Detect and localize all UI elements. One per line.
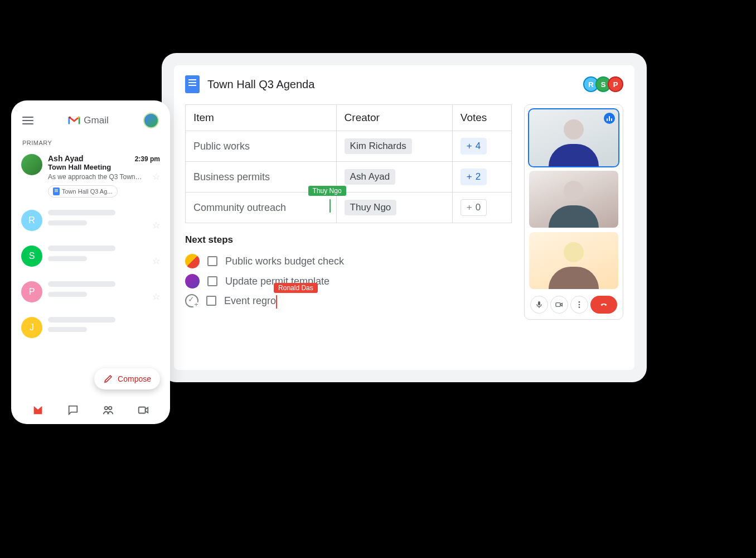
attachment-name: Town Hall Q3 Ag... xyxy=(62,188,113,195)
email-list-item[interactable]: S ☆ xyxy=(20,241,161,277)
task-row[interactable]: Update permit template xyxy=(185,271,512,291)
table-header-item: Item xyxy=(186,105,337,131)
table-header-creator: Creator xyxy=(336,105,452,131)
star-icon[interactable]: ☆ xyxy=(152,291,160,302)
table-row[interactable]: Community outreach Thuy Ngo Thuy Ngo +0 xyxy=(186,193,512,223)
table-header-row: Item Creator Votes xyxy=(186,105,512,131)
table-header-votes: Votes xyxy=(452,105,511,131)
task-text[interactable]: Public works budget check xyxy=(225,256,344,267)
email-list-item[interactable]: Ash Ayad 2:39 pm Town Hall Meeting As we… xyxy=(20,151,161,205)
plus-icon: + xyxy=(467,202,472,213)
doc-header: Town Hall Q3 Agenda R S P xyxy=(185,75,623,93)
sender-avatar: R xyxy=(21,210,42,231)
meet-controls xyxy=(529,294,618,315)
star-icon[interactable]: ☆ xyxy=(152,220,160,230)
svg-point-6 xyxy=(579,306,580,308)
assignee-avatar[interactable] xyxy=(185,254,200,268)
bottom-nav xyxy=(20,404,161,416)
doc-title[interactable]: Town Hall Q3 Agenda xyxy=(207,78,314,91)
account-avatar[interactable] xyxy=(143,113,159,128)
camera-icon xyxy=(555,300,564,309)
email-list-item[interactable]: J xyxy=(20,312,161,348)
menu-icon[interactable] xyxy=(22,117,33,124)
spaces-icon[interactable] xyxy=(102,404,114,416)
meet-participant-tile[interactable] xyxy=(529,171,618,228)
more-options-button[interactable] xyxy=(570,296,588,314)
gmail-logo-icon xyxy=(68,116,80,126)
item-cell[interactable]: Community outreach Thuy Ngo xyxy=(186,193,337,223)
sender-avatar xyxy=(21,154,42,175)
creator-chip[interactable]: Kim Richards xyxy=(345,138,412,154)
collaborator-avatar[interactable]: P xyxy=(608,76,623,92)
email-time: 2:39 pm xyxy=(135,155,160,163)
gmail-header: Gmail xyxy=(20,113,161,135)
next-steps-section: Next steps Public works budget check Upd… xyxy=(185,234,512,310)
svg-point-5 xyxy=(579,304,580,306)
table-row[interactable]: Business permits Ash Ayad +2 xyxy=(186,162,512,193)
svg-rect-3 xyxy=(556,303,560,307)
collaborator-avatars[interactable]: R S P xyxy=(587,76,623,92)
doc-content[interactable]: Item Creator Votes Public works Kim Rich… xyxy=(185,104,512,320)
email-preview: As we approach the Q3 Town Ha... xyxy=(48,173,143,181)
attachment-chip[interactable]: Town Hall Q3 Ag... xyxy=(48,185,118,198)
assign-icon[interactable] xyxy=(185,294,198,307)
next-steps-heading: Next steps xyxy=(185,234,512,246)
agenda-table: Item Creator Votes Public works Kim Rich… xyxy=(185,104,512,223)
mic-button[interactable] xyxy=(530,296,548,314)
email-list-item[interactable]: P ☆ xyxy=(20,277,161,312)
svg-point-0 xyxy=(105,407,108,410)
mail-icon[interactable] xyxy=(32,404,44,416)
plus-icon: + xyxy=(467,141,472,152)
gmail-phone-mockup: Gmail PRIMARY Ash Ayad 2:39 pm Town Hall… xyxy=(11,100,170,424)
task-row[interactable]: Public works budget check xyxy=(185,251,512,271)
plus-icon: + xyxy=(467,171,472,182)
task-checkbox[interactable] xyxy=(207,256,217,266)
assignee-avatar[interactable] xyxy=(185,274,200,288)
svg-point-4 xyxy=(579,301,580,303)
pencil-icon xyxy=(103,374,113,384)
meet-side-panel xyxy=(524,104,623,320)
compose-label: Compose xyxy=(118,374,151,383)
email-list-item[interactable]: R ☆ xyxy=(20,205,161,241)
cursor-tag: Ronald Das xyxy=(274,283,318,293)
star-icon[interactable]: ☆ xyxy=(152,171,160,182)
gmail-brand-text: Gmail xyxy=(84,115,108,126)
vote-chip[interactable]: +0 xyxy=(461,199,487,216)
task-checkbox[interactable] xyxy=(206,296,216,306)
task-checkbox[interactable] xyxy=(207,276,217,286)
speaking-indicator-icon xyxy=(604,113,615,124)
vote-chip[interactable]: +2 xyxy=(461,169,487,185)
task-text[interactable]: Event regro Ronald Das xyxy=(224,295,276,307)
docs-app-icon[interactable] xyxy=(185,75,200,93)
collab-cursor xyxy=(329,199,331,213)
camera-button[interactable] xyxy=(550,296,568,314)
task-row[interactable]: Event regro Ronald Das xyxy=(185,291,512,310)
vote-chip[interactable]: +4 xyxy=(461,138,487,155)
sender-avatar: P xyxy=(21,281,42,302)
docs-icon xyxy=(53,187,60,195)
chat-icon[interactable] xyxy=(67,404,79,416)
meet-participant-tile[interactable] xyxy=(529,232,618,289)
meet-icon[interactable] xyxy=(137,404,149,416)
phone-hangup-icon xyxy=(598,300,609,309)
collab-cursor xyxy=(276,295,277,309)
email-sender: Ash Ayad xyxy=(48,154,84,163)
star-icon[interactable]: ☆ xyxy=(152,256,160,266)
table-row[interactable]: Public works Kim Richards +4 xyxy=(186,131,512,162)
sender-avatar: J xyxy=(21,317,42,338)
hangup-button[interactable] xyxy=(590,296,617,314)
docs-laptop-mockup: Town Hall Q3 Agenda R S P Item Creator V… xyxy=(162,53,647,382)
gmail-brand: Gmail xyxy=(68,115,108,126)
meet-participant-tile[interactable] xyxy=(529,109,618,166)
primary-tab-label[interactable]: PRIMARY xyxy=(20,135,161,151)
sender-avatar: S xyxy=(21,246,42,267)
email-subject: Town Hall Meeting xyxy=(48,163,160,171)
svg-rect-2 xyxy=(139,407,146,413)
item-cell[interactable]: Public works xyxy=(186,131,337,162)
creator-chip[interactable]: Ash Ayad xyxy=(345,169,396,185)
svg-point-1 xyxy=(109,407,112,410)
compose-button[interactable]: Compose xyxy=(94,368,160,389)
docs-app-window: Town Hall Q3 Agenda R S P Item Creator V… xyxy=(174,65,634,370)
creator-chip[interactable]: Thuy Ngo xyxy=(345,200,397,215)
mic-icon xyxy=(535,300,544,309)
